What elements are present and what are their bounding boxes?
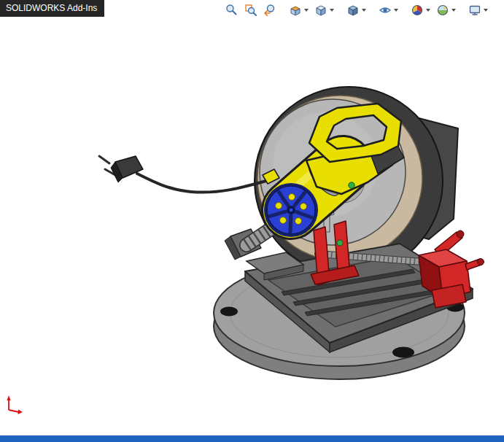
zoom-to-area-icon <box>244 4 257 17</box>
dropdown-caret-icon[interactable] <box>362 9 366 12</box>
edit-appearance-button[interactable] <box>408 2 433 18</box>
zoom-to-fit-icon <box>225 4 239 17</box>
thumb-screw[interactable] <box>337 240 343 246</box>
arbor-screw[interactable] <box>349 182 354 188</box>
edit-appearance-icon <box>411 4 424 17</box>
zoom-to-area-button[interactable] <box>242 2 260 18</box>
previous-view-icon <box>263 4 276 17</box>
toolbar-separator <box>369 10 376 11</box>
tab-solidworks-add-ins[interactable]: SOLIDWORKS Add-Ins <box>0 0 104 17</box>
section-view-button[interactable] <box>287 2 311 18</box>
hide-show-items-icon <box>379 4 392 17</box>
dropdown-caret-icon[interactable] <box>304 9 309 12</box>
rubber-foot[interactable] <box>220 307 238 317</box>
dropdown-caret-icon[interactable] <box>394 9 398 12</box>
section-view-icon <box>289 4 302 17</box>
display-style-button[interactable] <box>344 2 368 18</box>
view-settings-icon <box>468 4 481 17</box>
previous-view-button[interactable] <box>261 2 279 18</box>
zoom-to-fit-button[interactable] <box>223 2 241 18</box>
toolbar-separator <box>337 10 344 11</box>
motor-fan-cover[interactable] <box>264 183 318 237</box>
dropdown-caret-icon[interactable] <box>426 9 430 12</box>
power-plug[interactable] <box>99 156 143 182</box>
view-orientation-button[interactable] <box>312 2 336 18</box>
heads-up-view-toolbar <box>222 1 491 19</box>
view-settings-button[interactable] <box>466 2 490 18</box>
toolbar-separator <box>279 10 286 11</box>
origin-triad-icon <box>7 395 23 414</box>
status-bar <box>0 435 504 442</box>
power-cord[interactable] <box>137 174 271 193</box>
solidworks-window: { "tab": { "label": "SOLIDWORKS Add-Ins"… <box>0 0 504 442</box>
toolbar-separator <box>401 10 408 11</box>
toolbar-separator <box>459 10 465 11</box>
dropdown-caret-icon[interactable] <box>330 9 334 12</box>
apply-scene-button[interactable] <box>434 2 458 18</box>
dropdown-caret-icon[interactable] <box>451 9 456 12</box>
rubber-foot[interactable] <box>392 347 414 358</box>
dropdown-caret-icon[interactable] <box>484 9 488 12</box>
apply-scene-icon <box>436 4 449 17</box>
view-orientation-icon <box>314 4 327 17</box>
graphics-area[interactable] <box>0 0 504 442</box>
hide-show-items-button[interactable] <box>376 2 400 18</box>
display-style-icon <box>346 4 360 17</box>
